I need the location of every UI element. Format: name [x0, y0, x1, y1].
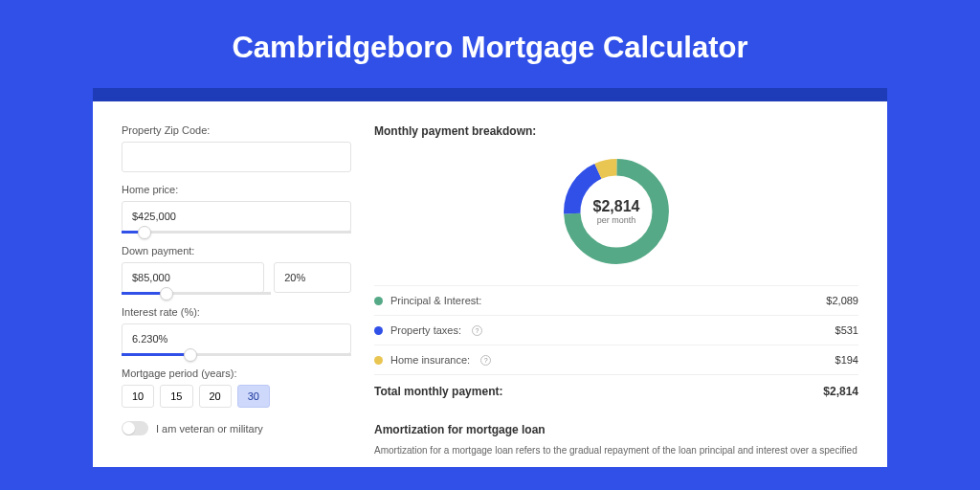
- price-field: Home price:: [122, 184, 351, 234]
- legend-row-principal: Principal & Interest: $2,089: [374, 285, 858, 315]
- price-slider-thumb[interactable]: [138, 226, 151, 239]
- period-btn-10[interactable]: 10: [122, 385, 154, 408]
- card-shadow: Property Zip Code: Home price: Down paym…: [93, 88, 887, 467]
- legend-value-principal: $2,089: [826, 295, 858, 306]
- zip-label: Property Zip Code:: [122, 124, 351, 136]
- down-pct-input[interactable]: [274, 262, 351, 293]
- dot-insurance: [374, 356, 383, 365]
- amortization-text: Amortization for a mortgage loan refers …: [374, 444, 858, 457]
- page-title: Cambridgeboro Mortgage Calculator: [0, 0, 980, 88]
- dot-principal: [374, 297, 383, 305]
- total-value: $2,814: [823, 385, 858, 398]
- period-btn-15[interactable]: 15: [160, 385, 192, 408]
- down-field: Down payment:: [122, 245, 351, 295]
- veteran-label: I am veteran or military: [156, 423, 263, 434]
- donut-chart-wrap: $2,814 per month: [374, 147, 858, 285]
- amortization-title: Amortization for mortgage loan: [374, 423, 858, 436]
- legend-value-insurance: $194: [835, 354, 858, 366]
- rate-slider-thumb[interactable]: [184, 348, 197, 362]
- rate-input[interactable]: [122, 323, 351, 354]
- help-icon[interactable]: ?: [472, 325, 482, 336]
- help-icon[interactable]: ?: [480, 355, 491, 366]
- period-field: Mortgage period (years): 10 15 20 30: [122, 368, 351, 408]
- breakdown-column: Monthly payment breakdown: $2,814 per mo…: [374, 124, 858, 457]
- veteran-row: I am veteran or military: [122, 421, 351, 435]
- veteran-toggle[interactable]: [122, 421, 148, 435]
- down-amount-input[interactable]: [122, 262, 264, 293]
- down-slider-thumb[interactable]: [160, 287, 173, 301]
- legend-row-taxes: Property taxes: ? $531: [374, 315, 858, 345]
- down-label: Down payment:: [122, 245, 351, 256]
- rate-slider-fill: [122, 353, 190, 356]
- legend-label-principal: Principal & Interest:: [390, 295, 481, 306]
- donut-sub: per month: [597, 215, 636, 225]
- rate-label: Interest rate (%):: [122, 306, 351, 318]
- rate-slider[interactable]: [122, 353, 351, 356]
- zip-field: Property Zip Code:: [122, 124, 351, 172]
- dot-taxes: [374, 326, 383, 335]
- legend-value-taxes: $531: [835, 324, 858, 336]
- price-label: Home price:: [122, 184, 351, 195]
- calculator-card: Property Zip Code: Home price: Down paym…: [93, 101, 887, 467]
- period-label: Mortgage period (years):: [122, 368, 351, 379]
- price-slider[interactable]: [122, 231, 351, 234]
- down-slider[interactable]: [122, 292, 271, 295]
- period-options: 10 15 20 30: [122, 385, 351, 408]
- rate-field: Interest rate (%):: [122, 306, 351, 356]
- period-btn-20[interactable]: 20: [199, 385, 232, 408]
- price-input[interactable]: [122, 201, 351, 232]
- legend-label-taxes: Property taxes:: [390, 324, 461, 336]
- breakdown-title: Monthly payment breakdown:: [374, 124, 858, 138]
- zip-input[interactable]: [122, 142, 351, 172]
- donut-center: $2,814 per month: [558, 153, 675, 270]
- period-btn-30[interactable]: 30: [237, 385, 270, 408]
- total-label: Total monthly payment:: [374, 385, 502, 398]
- total-row: Total monthly payment: $2,814: [374, 374, 858, 408]
- donut-chart: $2,814 per month: [558, 153, 675, 270]
- legend-row-insurance: Home insurance: ? $194: [374, 345, 858, 374]
- donut-amount: $2,814: [593, 198, 640, 215]
- input-column: Property Zip Code: Home price: Down paym…: [122, 124, 351, 457]
- legend-label-insurance: Home insurance:: [390, 354, 470, 366]
